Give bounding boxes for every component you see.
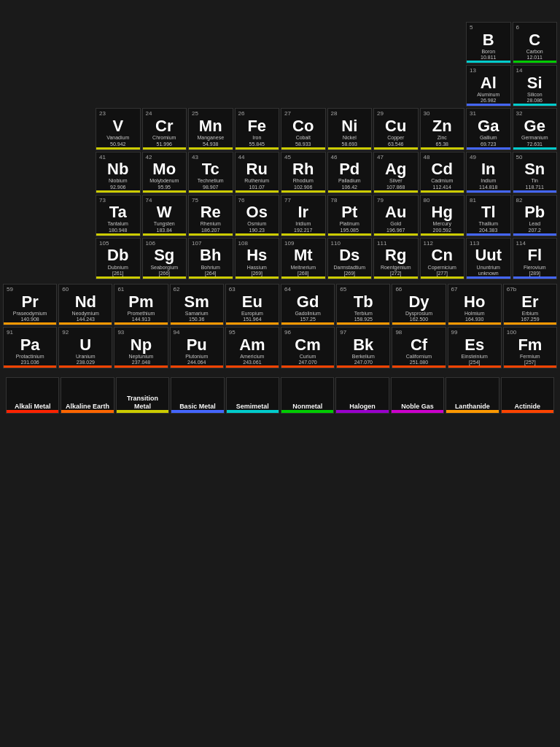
element-C[interactable]: 6 C Carbon 12.011 xyxy=(513,22,558,63)
top-section: 5 B Boron 10.811 6 C Carbon 12.011 xyxy=(3,22,557,63)
element-Ta[interactable]: 73 Ta Tantalum 180.948 xyxy=(96,195,141,236)
row-al-si: 13 Al Aluminum 26.982 14 Si Silicon 28.0… xyxy=(3,65,557,107)
element-Rh[interactable]: 45 Rh Rhodium 102.906 xyxy=(281,152,326,193)
element-Au[interactable]: 79 Au Gold 196.967 xyxy=(373,195,419,236)
legend-basic-metal: Basic Metal xyxy=(171,377,224,414)
element-Zn[interactable]: 30 Zn Zinc 65.38 xyxy=(420,108,465,150)
element-Sg[interactable]: 106 Sg Seaborgium [266] xyxy=(142,238,187,279)
element-Hg[interactable]: 80 Hg Mercury 200.592 xyxy=(420,195,465,236)
legend-semimetal: Semimetal xyxy=(226,377,279,414)
actinide-row: 91 Pa Protactinium 231.036 92 U Uranium … xyxy=(3,327,557,368)
element-Bk[interactable]: 97 Bk Berkelium 247.070 xyxy=(336,327,390,368)
element-Mo[interactable]: 42 Mo Molybdenum 95.95 xyxy=(142,152,187,193)
lan-act-section: 59 Pr Praseodymium 140.908 60 Nd Neodymi… xyxy=(3,284,557,368)
element-Ni[interactable]: 28 Ni Nickel 58.693 xyxy=(327,108,373,150)
element-Am[interactable]: 95 Am Americium 243.061 xyxy=(225,327,279,368)
element-In[interactable]: 49 In Indium 114.818 xyxy=(466,152,511,193)
legend-halogen: Halogen xyxy=(335,377,389,414)
element-Ag[interactable]: 47 Ag Silver 107.868 xyxy=(373,152,419,193)
element-Pa[interactable]: 91 Pa Protactinium 231.036 xyxy=(3,327,57,368)
element-Sn[interactable]: 50 Sn Tin 118.711 xyxy=(513,152,558,193)
periodic-table: 5 B Boron 10.811 6 C Carbon 12.011 13 Al… xyxy=(0,22,560,417)
element-W[interactable]: 74 W Tungsten 183.84 xyxy=(142,195,187,236)
element-Mn[interactable]: 25 Mn Manganese 54.938 xyxy=(188,108,233,150)
element-Fe[interactable]: 26 Fe Iron 55.845 xyxy=(235,108,280,150)
element-Al[interactable]: 13 Al Aluminum 26.982 xyxy=(466,65,511,107)
element-Pm[interactable]: 61 Pm Promethium 144.913 xyxy=(114,284,168,325)
element-Pt[interactable]: 78 Pt Platinum 195.085 xyxy=(327,195,373,236)
row-db-fl: 105 Db Dubnium [261] 106 Sg Seaborgium [… xyxy=(3,238,557,279)
element-Cn[interactable]: 112 Cn Copernicium [277] xyxy=(420,238,465,279)
element-Fm[interactable]: 100 Fm Fermium [257] xyxy=(503,327,557,368)
row-v-ge: 23 V Vanadium 50.942 24 Cr Chromium 51.9… xyxy=(3,108,557,150)
element-Tc[interactable]: 43 Tc Technetium 98.907 xyxy=(188,152,233,193)
element-V[interactable]: 23 V Vanadium 50.942 xyxy=(96,108,141,150)
element-Nd[interactable]: 60 Nd Neodymium 144.243 xyxy=(58,284,112,325)
element-B[interactable]: 5 B Boron 10.811 xyxy=(466,22,511,63)
element-Es[interactable]: 99 Es Einsteinium [254] xyxy=(448,327,502,368)
legend-nonmetal: Nonmetal xyxy=(281,377,334,414)
legend-noble-gas: Noble Gas xyxy=(391,377,444,414)
element-Rg[interactable]: 111 Rg Roentgenium [272] xyxy=(373,238,419,279)
element-Cf[interactable]: 98 Cf Californium 251.080 xyxy=(392,327,446,368)
element-Cr[interactable]: 24 Cr Chromium 51.996 xyxy=(142,108,187,150)
element-Cu[interactable]: 29 Cu Copper 63.546 xyxy=(373,108,419,150)
element-Pb[interactable]: 82 Pb Lead 207.2 xyxy=(513,195,558,236)
element-Os[interactable]: 76 Os Osmium 190.23 xyxy=(235,195,280,236)
element-U[interactable]: 92 U Uranium 238.029 xyxy=(58,327,112,368)
element-Pd[interactable]: 46 Pd Palladium 106.42 xyxy=(327,152,373,193)
element-Dy[interactable]: 66 Dy Dysprosium 162.500 xyxy=(392,284,446,325)
element-Eu[interactable]: 63 Eu Europium 151.964 xyxy=(225,284,279,325)
element-Hs[interactable]: 108 Hs Hassium [269] xyxy=(235,238,280,279)
legend-actinide: Actinide xyxy=(501,377,554,414)
row-ta-pb: 73 Ta Tantalum 180.948 74 W Tungsten 183… xyxy=(3,195,557,236)
element-Mt[interactable]: 109 Mt Meitnerium [268] xyxy=(281,238,326,279)
legend-alkali-metal: Alkali Metal xyxy=(6,377,59,414)
lanthanide-row: 59 Pr Praseodymium 140.908 60 Nd Neodymi… xyxy=(3,284,557,325)
element-Cd[interactable]: 48 Cd Cadmium 112.414 xyxy=(420,152,465,193)
legend-alkaline-earth: Alkaline Earth xyxy=(61,377,114,414)
element-Cm[interactable]: 96 Cm Curium 247.070 xyxy=(281,327,335,368)
element-Er[interactable]: 67b Er Erbium 167.259 xyxy=(503,284,557,325)
row-nb-sn: 41 Nb Niobium 92.906 42 Mo Molybdenum 95… xyxy=(3,152,557,193)
element-Ho[interactable]: 67 Ho Holmium 164.930 xyxy=(448,284,502,325)
element-Tb[interactable]: 65 Tb Terbium 158.925 xyxy=(336,284,390,325)
element-Ds[interactable]: 110 Ds Darmstadtium [269] xyxy=(327,238,373,279)
element-Uut[interactable]: 113 Uut Ununtrium unknown xyxy=(466,238,511,279)
legend: Alkali MetalAlkaline EarthTransition Met… xyxy=(3,374,557,417)
element-Gd[interactable]: 64 Gd Gadolinium 157.25 xyxy=(281,284,335,325)
element-Pu[interactable]: 94 Pu Plutonium 244.064 xyxy=(170,327,224,368)
element-Pr[interactable]: 59 Pr Praseodymium 140.908 xyxy=(3,284,57,325)
element-Db[interactable]: 105 Db Dubnium [261] xyxy=(96,238,141,279)
element-Np[interactable]: 93 Np Neptunium 237.048 xyxy=(114,327,168,368)
page-title xyxy=(0,0,560,22)
element-Sm[interactable]: 62 Sm Samarium 150.36 xyxy=(170,284,224,325)
element-Re[interactable]: 75 Re Rhenium 186.207 xyxy=(188,195,233,236)
element-Bh[interactable]: 107 Bh Bohrium [264] xyxy=(188,238,233,279)
element-Ir[interactable]: 77 Ir Iridium 192.217 xyxy=(281,195,326,236)
element-Ru[interactable]: 44 Ru Ruthenium 101.07 xyxy=(235,152,280,193)
element-Fl[interactable]: 114 Fl Flerovium [289] xyxy=(513,238,558,279)
legend-transition-metal: Transition Metal xyxy=(116,377,169,414)
legend-lanthanide: Lanthanide xyxy=(446,377,499,414)
element-Si[interactable]: 14 Si Silicon 28.086 xyxy=(513,65,558,107)
element-Nb[interactable]: 41 Nb Niobium 92.906 xyxy=(96,152,141,193)
element-Co[interactable]: 27 Co Cobalt 58.933 xyxy=(281,108,326,150)
element-Tl[interactable]: 81 Tl Thallium 204.383 xyxy=(466,195,511,236)
element-Ga[interactable]: 31 Ga Gallium 69.723 xyxy=(466,108,511,150)
element-Ge[interactable]: 32 Ge Germanium 72.631 xyxy=(513,108,558,150)
